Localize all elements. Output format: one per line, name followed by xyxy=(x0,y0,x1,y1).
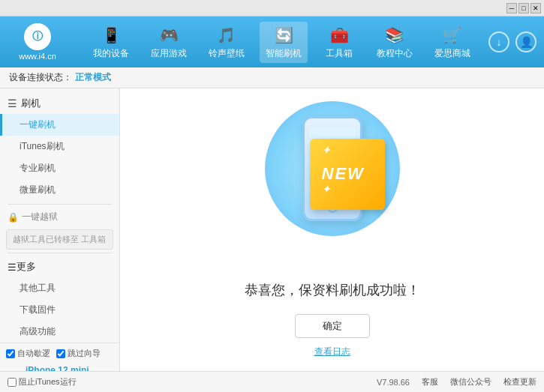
sidebar-group-flash[interactable]: ☰ 刷机 xyxy=(0,93,119,114)
device-info-row: 📱 iPhone 12 mini 64GB Down-12mini-13,1 xyxy=(6,365,113,371)
my-device-icon: 📱 xyxy=(101,25,122,46)
user-button[interactable]: 👤 xyxy=(515,31,536,52)
nav-item-smart-flash[interactable]: 🔄 智能刷机 xyxy=(260,22,308,63)
device-details: iPhone 12 mini 64GB Down-12mini-13,1 xyxy=(26,365,89,371)
guide-link[interactable]: 查看日志 xyxy=(314,346,350,358)
more-group-label: 更多 xyxy=(17,260,36,274)
status-label: 设备连接状态： xyxy=(9,71,72,84)
sidebar-item-download-firmware[interactable]: 下载固件 xyxy=(0,299,119,321)
jailbreak-disabled-box: 越狱工具已转移至 工具箱 xyxy=(6,229,113,250)
stop-itunes-checkbox[interactable]: 阻止iTunes运行 xyxy=(8,376,77,388)
download-button[interactable]: ↓ xyxy=(488,31,509,52)
status-bar: 设备连接状态： 正常模式 xyxy=(0,67,544,88)
title-bar: ─ □ ✕ xyxy=(0,0,544,16)
success-message: 恭喜您，保资料刷机成功啦！ xyxy=(245,281,420,299)
maximize-button[interactable]: □ xyxy=(518,3,529,13)
tutorial-icon: 📚 xyxy=(384,25,405,46)
sidebar-item-advanced[interactable]: 高级功能 xyxy=(0,321,119,343)
sidebar-item-other-tools[interactable]: 其他工具 xyxy=(0,277,119,299)
flash-group-icon: ☰ xyxy=(8,97,17,109)
nav-label-toolbox: 工具箱 xyxy=(326,47,353,60)
stop-itunes-label: 阻止iTunes运行 xyxy=(19,376,77,388)
ringtones-icon: 🎵 xyxy=(216,25,237,46)
auto-close-input[interactable] xyxy=(6,349,15,358)
smart-flash-icon: 🔄 xyxy=(273,25,294,46)
jailbreak-label: 一键越狱 xyxy=(22,211,58,223)
nav-label-smart-flash: 智能刷机 xyxy=(266,47,302,60)
close-button[interactable]: ✕ xyxy=(530,3,541,13)
header: ⓘ www.i4.cn 📱 我的设备 🎮 应用游戏 🎵 铃声壁纸 🔄 智能刷机 … xyxy=(0,16,544,67)
auto-close-label: 自动歇逻 xyxy=(17,348,50,359)
customer-service-link[interactable]: 客服 xyxy=(422,376,438,388)
bottom-right: V7.98.66 客服 微信公众号 检查更新 xyxy=(377,376,536,388)
check-update-link[interactable]: 检查更新 xyxy=(503,376,536,388)
stop-itunes-input[interactable] xyxy=(8,378,17,387)
minimize-button[interactable]: ─ xyxy=(506,3,517,13)
bottom-left: 阻止iTunes运行 xyxy=(8,376,77,388)
new-badge: ✦ NEW ✦ xyxy=(310,139,385,210)
confirm-button[interactable]: 确定 xyxy=(295,314,370,338)
sidebar-divider-2 xyxy=(8,253,112,253)
nav-label-apps-games: 应用游戏 xyxy=(151,47,187,60)
sidebar-item-one-click-flash[interactable]: 一键刷机 xyxy=(0,114,119,136)
phone-illustration: ✦ ✦ ★ ✦ ✦ NEW ✦ xyxy=(257,101,407,266)
new-badge-text: NEW xyxy=(322,164,365,183)
logo-area: ⓘ www.i4.cn xyxy=(8,23,68,61)
store-icon: 🛒 xyxy=(442,25,463,46)
nav-item-tutorial[interactable]: 📚 教程中心 xyxy=(371,22,419,63)
nav-label-ringtones: 铃声壁纸 xyxy=(209,47,245,60)
star-1: ★ xyxy=(280,109,287,117)
main-layout: ☰ 刷机 一键刷机 iTunes刷机 专业刷机 微量刷机 🔒 一键越狱 越狱工具… xyxy=(0,88,544,371)
status-value: 正常模式 xyxy=(75,71,111,84)
nav-label-my-device: 我的设备 xyxy=(93,47,129,60)
sparkle-2: ✦ xyxy=(383,116,392,128)
logo-icon: ⓘ xyxy=(24,23,51,50)
skip-wizard-input[interactable] xyxy=(56,349,65,358)
sidebar-item-micro-flash[interactable]: 微量刷机 xyxy=(0,179,119,201)
nav-item-apps-games[interactable]: 🎮 应用游戏 xyxy=(145,22,193,63)
device-name: iPhone 12 mini xyxy=(26,365,89,371)
sidebar-item-pro-flash[interactable]: 专业刷机 xyxy=(0,157,119,179)
more-group-icon: ☰ xyxy=(8,262,17,273)
jailbreak-disabled-text: 越狱工具已转移至 工具箱 xyxy=(13,235,106,244)
toolbox-icon: 🧰 xyxy=(329,25,350,46)
window-controls[interactable]: ─ □ ✕ xyxy=(506,3,541,13)
lock-icon: 🔒 xyxy=(8,212,19,223)
bottom-bar: 阻止iTunes运行 V7.98.66 客服 微信公众号 检查更新 xyxy=(0,371,544,392)
content-area: ✦ ✦ ★ ✦ ✦ NEW ✦ 恭喜您，保资料刷机成功啦！ 确定 查看日志 xyxy=(120,88,544,371)
auto-close-checkbox[interactable]: 自动歇逻 xyxy=(6,348,50,359)
flash-group-label: 刷机 xyxy=(21,97,41,110)
skip-wizard-checkbox[interactable]: 跳过向导 xyxy=(56,348,101,359)
sidebar-bottom-area: 自动歇逻 跳过向导 📱 iPhone 12 mini 64GB Down-12m… xyxy=(0,343,119,371)
sidebar-group-more[interactable]: ☰ 更多 xyxy=(0,256,119,277)
star-2: ✦ xyxy=(380,105,385,112)
sidebar: ☰ 刷机 一键刷机 iTunes刷机 专业刷机 微量刷机 🔒 一键越狱 越狱工具… xyxy=(0,88,120,371)
nav-item-my-device[interactable]: 📱 我的设备 xyxy=(87,22,135,63)
apps-games-icon: 🎮 xyxy=(158,25,179,46)
checkboxes-row: 自动歇逻 跳过向导 xyxy=(6,348,113,359)
nav-label-store: 爱思商城 xyxy=(434,47,470,60)
nav-item-ringtones[interactable]: 🎵 铃声壁纸 xyxy=(203,22,251,63)
nav-item-toolbox[interactable]: 🧰 工具箱 xyxy=(317,22,361,63)
wechat-link[interactable]: 微信公众号 xyxy=(450,376,491,388)
nav-bar: 📱 我的设备 🎮 应用游戏 🎵 铃声壁纸 🔄 智能刷机 🧰 工具箱 📚 教程中心… xyxy=(83,22,481,63)
sidebar-item-itunes-flash[interactable]: iTunes刷机 xyxy=(0,136,119,157)
version-text: V7.98.66 xyxy=(377,378,410,387)
skip-wizard-label: 跳过向导 xyxy=(68,348,101,359)
sparkle-1: ✦ xyxy=(265,127,274,139)
sidebar-subgroup-jailbreak[interactable]: 🔒 一键越狱 xyxy=(0,208,119,226)
nav-label-tutorial: 教程中心 xyxy=(377,47,413,60)
sidebar-divider-1 xyxy=(8,204,112,205)
nav-item-store[interactable]: 🛒 爱思商城 xyxy=(428,22,476,63)
logo-text: www.i4.cn xyxy=(19,52,56,61)
header-right: ↓ 👤 xyxy=(488,31,536,52)
